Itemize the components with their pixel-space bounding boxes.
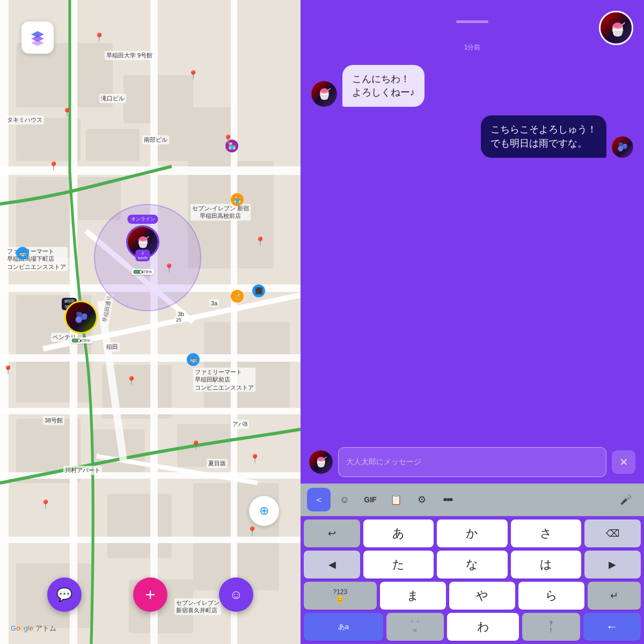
map-label-takami: タキミハウス	[5, 115, 44, 125]
user2-battery: 78%	[70, 338, 92, 343]
pin1: 📍	[94, 32, 105, 42]
keyboard-row-4: あa ｀｀○ わ ？！ ←	[304, 613, 641, 641]
keyboard-settings-button[interactable]: ⚙	[410, 488, 434, 511]
google-logo: Google アトム	[11, 624, 56, 633]
my-avatar: 🫐	[612, 136, 633, 158]
svg-rect-11	[204, 322, 290, 408]
key-num-emoji[interactable]: ?123😊	[304, 582, 377, 610]
pin12: 📍	[40, 499, 51, 509]
keyboard-rows: ↩ あ か さ ⌫ ◀ た な は ▶ ?123😊 ま や ら ↵ あa ｀｀○…	[301, 516, 644, 644]
sent-bubble: こちらこそよろしゅう！でも明日は雨ですな。	[481, 115, 606, 157]
map-user2[interactable]: 3時間55分 🫐 78%	[64, 301, 98, 334]
svg-marker-35	[31, 40, 44, 46]
location-button[interactable]: ⊕	[249, 496, 279, 526]
drag-handle[interactable]	[456, 20, 488, 23]
key-return[interactable]: ↵	[588, 582, 641, 610]
message-timestamp: 1分前	[311, 43, 633, 52]
message-input-wrapper[interactable]: 大人太郎にメッセージ	[338, 447, 606, 477]
message-row-sent: こちらこそよろしゅう！でも明日は雨ですな。 🫐	[311, 115, 633, 157]
key-ya[interactable]: や	[449, 582, 515, 610]
pin8: 📍	[3, 365, 13, 375]
svg-rect-6	[16, 177, 70, 258]
keyboard-more-button[interactable]: •••	[436, 488, 459, 511]
pin9: 📍	[126, 376, 137, 386]
keyboard-row-2: ◀ た な は ▶	[304, 551, 641, 579]
keyboard-emoji-button[interactable]: ☺	[333, 488, 356, 511]
key-lang-toggle[interactable]: あa	[304, 613, 383, 641]
pin4: 📍	[48, 161, 59, 171]
pin6: 📍	[255, 236, 266, 246]
map-label-famima1: ファミリーマート早稲田馬場下町店コンビニエンスストア	[5, 247, 68, 271]
chat-header: 🍧	[301, 0, 644, 32]
key-punctuation1[interactable]: ｀｀○	[386, 613, 444, 641]
key-a[interactable]: あ	[363, 519, 434, 547]
speed-badge: 1km/h	[135, 250, 150, 261]
message-row-received: 🍧 こんにちわ！よろしくねー♪	[311, 65, 633, 107]
key-ka[interactable]: か	[437, 519, 507, 547]
chat-panel: 🍧 1分前 🍧 こんにちわ！よろしくねー♪ こちらこそよろしゅう！でも明日は雨で…	[301, 0, 644, 644]
pin5: 📍	[223, 134, 233, 144]
key-delete[interactable]: ⌫	[584, 519, 641, 547]
key-enter[interactable]: ←	[583, 613, 641, 641]
chat-messages: 1分前 🍧 こんにちわ！よろしくねー♪ こちらこそよろしゅう！でも明日は雨ですな…	[301, 32, 644, 441]
key-undo[interactable]: ↩	[304, 519, 360, 547]
received-bubble: こんにちわ！よろしくねー♪	[342, 65, 425, 107]
keyboard-toolbar: ＜ ☺ GIF 📋 ⚙ ••• 🎤	[301, 484, 644, 516]
user1-battery: 78%	[131, 269, 154, 275]
poi-store2[interactable]: 🏪	[231, 193, 244, 206]
key-sa[interactable]: さ	[511, 519, 581, 547]
map-label-25: 25	[174, 317, 183, 323]
chat-input-area: 🍧 大人太郎にメッセージ ✕	[301, 441, 644, 484]
pin2: 📍	[188, 70, 199, 80]
svg-rect-27	[150, 0, 158, 644]
keyboard-clipboard-button[interactable]: 📋	[384, 488, 408, 511]
pin13: 📍	[247, 526, 258, 536]
map-label-nanbu: 南部ビル	[142, 135, 169, 144]
key-wa[interactable]: わ	[447, 613, 519, 641]
key-na[interactable]: な	[437, 551, 507, 579]
map-user1[interactable]: オンライン 🍧 1km/h 78%	[126, 225, 159, 259]
map-label-kawamura: 川村アパート	[63, 466, 102, 475]
poi-food1[interactable]: 🍴	[231, 290, 244, 303]
poi-bus2[interactable]: ⬛	[252, 284, 265, 297]
map-label-inada: 稲田	[105, 342, 120, 352]
chat-fab-button[interactable]: 💬	[47, 577, 82, 612]
key-ma[interactable]: ま	[380, 582, 446, 610]
keyboard-row-3: ?123😊 ま や ら ↵	[304, 582, 641, 610]
message-input-placeholder: 大人太郎にメッセージ	[346, 457, 421, 467]
map-label-3a: 3a	[209, 299, 219, 307]
keyboard-gif-button[interactable]: GIF	[358, 488, 382, 511]
pin11: 📍	[250, 453, 260, 464]
key-punctuation2[interactable]: ？！	[522, 613, 580, 641]
close-input-button[interactable]: ✕	[612, 450, 635, 474]
pin10: 📍	[191, 440, 201, 450]
poi-bus3[interactable]: 🚌	[187, 353, 200, 366]
key-ta[interactable]: た	[363, 551, 434, 579]
svg-rect-25	[0, 0, 9, 644]
emoji-fab-button[interactable]: ☺	[219, 577, 253, 612]
sender-avatar: 🍧	[311, 81, 337, 107]
key-ha[interactable]: は	[511, 551, 581, 579]
input-sender-avatar: 🍧	[309, 450, 333, 474]
add-fab-button[interactable]: +	[133, 577, 167, 612]
pin7: 📍	[164, 263, 174, 273]
key-ra[interactable]: ら	[518, 582, 584, 610]
map-label-natsume: 夏目坂	[207, 459, 228, 468]
keyboard-mic-button[interactable]: 🎤	[614, 488, 638, 511]
key-arrow-left[interactable]: ◀	[304, 551, 360, 579]
map-bottom-bar: 💬 + ☺	[0, 577, 301, 612]
key-arrow-right[interactable]: ▶	[584, 551, 641, 579]
svg-rect-15	[107, 494, 172, 558]
map-label-waseda9: 早稲田大学 9号館	[105, 51, 154, 60]
map-label-famima2: ファミリーマート早稲田駅前店コンビニエンスストア	[193, 368, 255, 392]
keyboard-back-button[interactable]: ＜	[307, 488, 331, 511]
pin3: 📍	[62, 107, 72, 118]
map-label-apa: アパ8	[231, 420, 249, 429]
map-label-takiguchi: 滝口ビル	[99, 94, 126, 103]
map-label-seven1: セブン-イレブン 新宿早稲田高校前店	[191, 204, 251, 221]
receiver-avatar: 🍧	[599, 11, 633, 45]
map-panel: 早稲田大学 9号館 滝口ビル タキミハウス 南部ビル セブン-イレブン 新宿早稲…	[0, 0, 301, 644]
map-label-38: 38号館	[43, 416, 64, 425]
poi-bus1[interactable]: 🚌	[16, 247, 29, 260]
layer-button[interactable]	[21, 21, 54, 54]
